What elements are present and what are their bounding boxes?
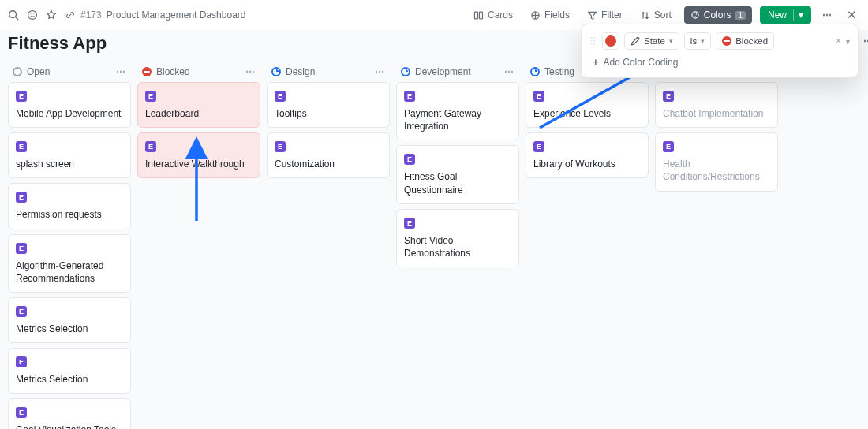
chevron-down-icon[interactable]: ▾: [846, 37, 850, 46]
cards-toggle[interactable]: Cards: [469, 6, 518, 24]
kanban-card[interactable]: Esplash screen: [8, 132, 131, 178]
kanban-card[interactable]: EAlgorithm-Generated Recommendations: [8, 234, 131, 293]
kanban-card[interactable]: EPermission requests: [8, 183, 131, 229]
popover-more-icon[interactable]: ⋯: [860, 32, 868, 50]
column-title: Open: [27, 66, 50, 77]
breadcrumb-title[interactable]: Product Management Dashboard: [107, 9, 246, 21]
kanban-card[interactable]: EInteractive Walkthrough: [137, 132, 260, 178]
column-more-icon[interactable]: ⋯: [375, 66, 385, 77]
drag-handle-icon[interactable]: [589, 35, 597, 47]
chevron-down-icon: ▾: [669, 37, 673, 45]
star-icon[interactable]: [46, 9, 57, 21]
svg-point-4: [33, 13, 34, 14]
card-title: Metrics Selection: [16, 373, 123, 386]
column-more-icon[interactable]: ⋯: [116, 66, 126, 77]
smiley-icon[interactable]: [27, 9, 38, 21]
kanban-board: Open ⋯ EMobile App DevelopmentEsplash sc…: [0, 62, 868, 429]
column-header[interactable]: Blocked ⋯: [137, 62, 260, 82]
column-title: Development: [415, 66, 471, 77]
fields-button[interactable]: Fields: [526, 6, 574, 24]
search-icon[interactable]: [8, 9, 19, 21]
card-title: Leaderboard: [145, 107, 253, 120]
kanban-card[interactable]: EExperience Levels: [526, 82, 649, 128]
card-title: Fitness Goal Questionnaire: [404, 170, 511, 196]
epic-tag: E: [16, 407, 27, 418]
svg-point-19: [593, 43, 595, 45]
kanban-card[interactable]: EPayment Gateway Integration: [396, 82, 519, 140]
epic-tag: E: [404, 154, 415, 165]
link-icon: [65, 9, 76, 21]
svg-rect-6: [479, 12, 482, 19]
svg-point-16: [590, 40, 592, 42]
svg-point-11: [693, 13, 694, 15]
add-color-rule-button[interactable]: + Add Color Coding: [589, 50, 850, 69]
new-button[interactable]: New ▾: [760, 6, 811, 24]
kanban-card[interactable]: EChatbot Implementation: [655, 82, 778, 128]
epic-tag: E: [533, 141, 544, 152]
card-title: Mobile App Development: [16, 107, 123, 120]
epic-tag: E: [663, 141, 674, 152]
filter-button[interactable]: Filter: [582, 6, 627, 24]
column-title: Testing: [544, 66, 574, 77]
column-header[interactable]: Development ⋯: [396, 62, 519, 82]
color-swatch-select[interactable]: [602, 32, 619, 50]
kanban-card[interactable]: EGoal Visualization Tools: [8, 398, 131, 429]
kanban-card[interactable]: EMetrics Selection: [8, 348, 131, 394]
card-title: Experience Levels: [533, 107, 641, 120]
svg-rect-5: [474, 12, 477, 19]
more-button[interactable]: ⋯: [819, 6, 836, 24]
color-rule-row: State ▾ is ▾ Blocked × ▾: [589, 32, 850, 50]
svg-point-3: [31, 13, 32, 14]
kanban-card[interactable]: ELeaderboard: [137, 82, 260, 128]
kanban-card[interactable]: EMobile App Development: [8, 82, 131, 128]
kanban-card[interactable]: EMetrics Selection: [8, 297, 131, 343]
epic-tag: E: [404, 91, 415, 102]
kanban-card[interactable]: ETooltips: [267, 82, 390, 128]
card-title: Customization: [275, 158, 382, 170]
epic-tag: E: [16, 356, 27, 367]
card-title: Chatbot Implementation: [663, 107, 770, 120]
column-more-icon[interactable]: ⋯: [504, 66, 514, 77]
column-overflow: EChatbot ImplementationEHealth Condition…: [655, 62, 778, 192]
column-header[interactable]: Design ⋯: [267, 62, 390, 82]
plus-icon: +: [593, 56, 599, 68]
breadcrumb: #173 Product Management Dashboard: [65, 9, 245, 21]
epic-tag: E: [275, 91, 286, 102]
status-progress-icon: [401, 67, 410, 76]
status-blocked-icon: [142, 67, 152, 76]
operator-select[interactable]: is ▾: [684, 32, 711, 50]
card-title: Algorithm-Generated Recommendations: [16, 259, 123, 285]
epic-tag: E: [16, 306, 27, 317]
kanban-card[interactable]: EFitness Goal Questionnaire: [396, 145, 519, 203]
issue-ref[interactable]: #173: [80, 9, 102, 21]
sort-button[interactable]: Sort: [635, 6, 676, 24]
epic-tag: E: [533, 91, 544, 102]
close-icon[interactable]: ✕: [844, 5, 860, 25]
column-testing: Testing ⋯ EExperience LevelsELibrary of …: [526, 62, 649, 178]
chevron-down-icon[interactable]: ▾: [793, 9, 803, 21]
rule-actions: × ▾: [836, 35, 850, 47]
color-coding-popover: State ▾ is ▾ Blocked × ▾ ⋯ + Add Color C…: [581, 24, 859, 78]
status-progress-icon: [530, 67, 540, 76]
kanban-card[interactable]: EHealth Conditions/Restrictions: [655, 132, 778, 191]
card-title: Goal Visualization Tools: [16, 423, 123, 429]
colors-button[interactable]: Colors 1: [684, 6, 752, 24]
svg-point-18: [590, 43, 592, 45]
clear-rule-icon[interactable]: ×: [836, 35, 841, 47]
kanban-card[interactable]: EShort Video Demonstrations: [396, 209, 519, 267]
svg-point-2: [28, 11, 37, 20]
card-title: Permission requests: [16, 208, 123, 221]
status-blocked-icon: [722, 36, 731, 46]
column-more-icon[interactable]: ⋯: [245, 66, 256, 77]
field-select[interactable]: State ▾: [624, 32, 679, 50]
value-select[interactable]: Blocked: [716, 32, 774, 50]
svg-point-13: [694, 16, 696, 17]
status-open-icon: [13, 67, 22, 76]
kanban-card[interactable]: ELibrary of Workouts: [526, 132, 649, 178]
chevron-down-icon: ▾: [701, 37, 705, 45]
column-header[interactable]: Open ⋯: [8, 62, 131, 82]
epic-tag: E: [16, 91, 27, 102]
card-title: Interactive Walkthrough: [145, 158, 253, 170]
column-title: Design: [286, 66, 315, 77]
kanban-card[interactable]: ECustomization: [267, 132, 390, 178]
